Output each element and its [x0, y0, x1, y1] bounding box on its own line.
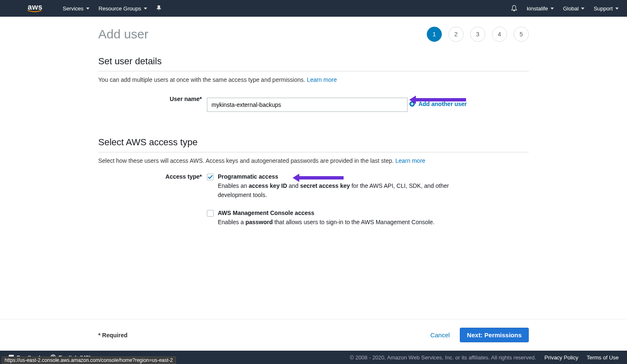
learn-more-access-link[interactable]: Learn more [395, 157, 426, 164]
section-desc-details: You can add multiple users at once with … [98, 76, 529, 83]
section-rule [98, 152, 529, 152]
nav-resource-groups-label: Resource Groups [99, 5, 141, 12]
access-type-label: Access type* [98, 173, 207, 180]
page-head: Add user 1 2 3 4 5 [98, 27, 529, 42]
notifications-icon[interactable] [511, 5, 517, 12]
copyright: © 2008 - 2020, Amazon Web Services, Inc.… [350, 354, 536, 361]
privacy-link[interactable]: Privacy Policy [545, 354, 579, 361]
annotation-arrow-access [299, 176, 344, 179]
programmatic-access-checkbox[interactable] [207, 174, 214, 180]
username-label: User name* [98, 92, 207, 102]
nav-account[interactable]: kinstalife [527, 5, 554, 12]
nav-region-label: Global [563, 5, 579, 12]
caret-down-icon [615, 8, 619, 10]
access-desc-text: Select how these users will access AWS. … [98, 157, 395, 164]
nav-right: kinstalife Global Support [511, 5, 619, 12]
section-title-access: Select AWS access type [98, 137, 529, 148]
step-2[interactable]: 2 [449, 27, 464, 42]
section-access: Select AWS access type Select how these … [98, 137, 529, 227]
check-icon [208, 174, 213, 179]
next-permissions-button[interactable]: Next: Permissions [460, 328, 529, 342]
section-rule [98, 71, 529, 71]
step-5[interactable]: 5 [514, 27, 529, 42]
caret-down-icon [86, 8, 89, 10]
add-another-user-link[interactable]: Add another user [409, 101, 467, 107]
add-another-user-label: Add another user [418, 101, 467, 107]
required-note: * Required [98, 332, 127, 339]
content: Add user 1 2 3 4 5 Set user details You … [98, 27, 529, 319]
learn-more-details-link[interactable]: Learn more [307, 76, 337, 83]
nav-services-label: Services [63, 5, 84, 12]
nav-support[interactable]: Support [594, 5, 619, 12]
caret-down-icon [581, 8, 584, 10]
nav-support-label: Support [594, 5, 613, 12]
annotation-arrow-username [416, 98, 466, 101]
username-field: Add another user [207, 92, 529, 112]
console-access-checkbox[interactable] [207, 210, 214, 217]
nav-resource-groups[interactable]: Resource Groups [99, 5, 147, 12]
status-bar-url: https://us-east-2.console.aws.amazon.com… [2, 356, 176, 364]
page-title: Add user [98, 27, 148, 41]
console-access-title: AWS Management Console access [218, 210, 477, 216]
caret-down-icon [551, 8, 554, 10]
top-nav: aws Services Resource Groups [0, 0, 627, 17]
nav-account-label: kinstalife [527, 5, 548, 12]
nav-region[interactable]: Global [563, 5, 585, 12]
step-3[interactable]: 3 [470, 27, 485, 42]
step-1[interactable]: 1 [427, 27, 442, 42]
footer: Feedback English (US) © 2008 - 2020, Ama… [0, 351, 627, 364]
nav-services[interactable]: Services [63, 5, 89, 12]
pin-icon[interactable] [156, 5, 161, 11]
details-desc-text: You can add multiple users at once with … [98, 76, 307, 83]
nav-left: aws Services Resource Groups [8, 4, 161, 13]
section-desc-access: Select how these users will access AWS. … [98, 157, 529, 164]
aws-logo[interactable]: aws [25, 4, 45, 13]
access-type-programmatic-row: Access type* Programmatic access Enables… [98, 173, 529, 200]
username-row: User name* Add another user [98, 92, 529, 112]
console-access-desc: Enables a password that allows users to … [218, 218, 477, 227]
programmatic-access-desc: Enables an access key ID and secret acce… [218, 182, 477, 200]
cancel-button[interactable]: Cancel [430, 331, 450, 339]
section-title-details: Set user details [98, 56, 529, 67]
aws-smile-icon [25, 10, 45, 13]
access-type-console-row: AWS Management Console access Enables a … [98, 210, 529, 227]
page: Add user 1 2 3 4 5 Set user details You … [0, 17, 627, 319]
terms-link[interactable]: Terms of Use [586, 354, 619, 361]
stepper: 1 2 3 4 5 [427, 27, 529, 42]
programmatic-access-title: Programmatic access [218, 173, 477, 180]
action-bar: * Required Cancel Next: Permissions [0, 319, 627, 351]
step-4[interactable]: 4 [492, 27, 507, 42]
username-input[interactable] [207, 98, 408, 112]
caret-down-icon [144, 8, 147, 10]
